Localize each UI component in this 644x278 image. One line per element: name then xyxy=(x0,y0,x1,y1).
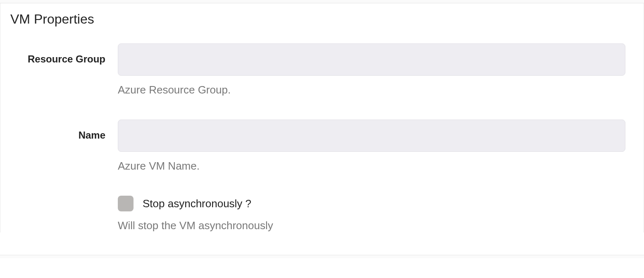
bottom-divider xyxy=(0,255,644,258)
resource-group-field-wrap: Azure Resource Group. xyxy=(118,43,634,97)
top-divider xyxy=(0,0,644,3)
stop-async-label: Stop asynchronously ? xyxy=(143,198,251,209)
stop-async-field-wrap: Stop asynchronously ? Will stop the VM a… xyxy=(118,196,634,233)
form-row-name: Name Azure VM Name. xyxy=(10,120,634,173)
name-help: Azure VM Name. xyxy=(118,159,625,173)
stop-async-spacer xyxy=(10,196,118,206)
form-panel: VM Properties Resource Group Azure Resou… xyxy=(0,3,644,232)
section-title: VM Properties xyxy=(10,12,634,27)
name-label: Name xyxy=(10,120,118,141)
form-row-resource-group: Resource Group Azure Resource Group. xyxy=(10,43,634,97)
name-field-wrap: Azure VM Name. xyxy=(118,120,634,173)
resource-group-label: Resource Group xyxy=(10,43,118,65)
stop-async-checkbox[interactable] xyxy=(118,196,134,211)
resource-group-help: Azure Resource Group. xyxy=(118,83,625,97)
form-row-stop-async: Stop asynchronously ? Will stop the VM a… xyxy=(10,196,634,233)
stop-async-help: Will stop the VM asynchronously xyxy=(118,219,625,233)
name-input[interactable] xyxy=(118,120,625,152)
stop-async-checkbox-wrap: Stop asynchronously ? xyxy=(118,196,625,211)
resource-group-input[interactable] xyxy=(118,43,625,76)
